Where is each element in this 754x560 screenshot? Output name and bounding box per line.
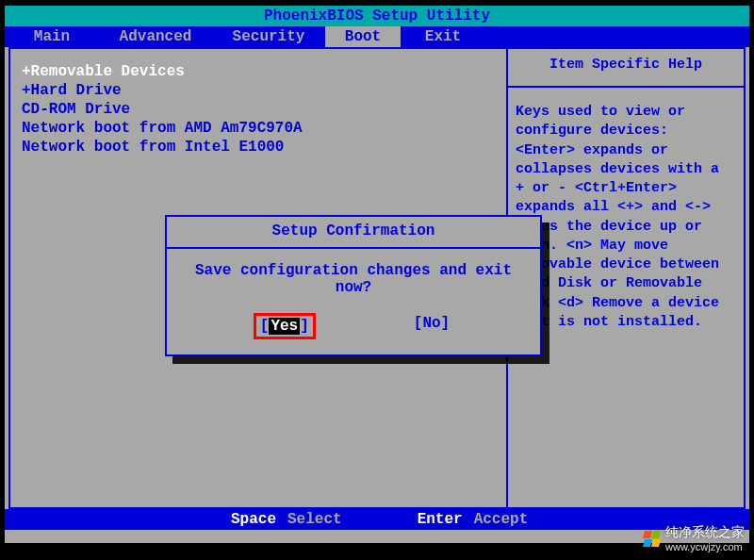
device-net-intel[interactable]: Network boot from Intel E1000 [18,138,499,156]
footer-bar: Space Select Enter Accept [5,509,749,530]
menu-exit[interactable]: Exit [401,26,485,47]
menu-advanced[interactable]: Advanced [99,26,212,47]
windows-logo-icon [644,531,660,547]
device-hard-drive[interactable]: +Hard Drive [18,81,499,100]
confirmation-dialog: Setup Confirmation Save configuration ch… [165,215,542,356]
dialog-message: Save configuration changes and exit now? [167,249,540,305]
watermark-text: 纯净系统之家 [665,524,745,541]
no-button[interactable]: [No] [410,313,453,339]
dialog-buttons: [Yes] [No] [167,305,540,354]
device-net-amd[interactable]: Network boot from AMD Am79C970A [18,119,499,138]
device-removable[interactable]: +Removable Devices [18,62,499,81]
watermark: 纯净系统之家 www.ycwjzy.com [644,524,745,552]
watermark-url: www.ycwjzy.com [665,541,745,552]
dialog-title: Setup Confirmation [167,217,540,249]
title-bar: PhoenixBIOS Setup Utility [5,6,749,26]
device-cdrom[interactable]: CD-ROM Drive [18,100,499,119]
menu-bar: Main Advanced Security Boot Exit [5,26,749,47]
footer-key-space: Space [231,511,276,528]
menu-boot[interactable]: Boot [325,26,401,47]
help-title: Item Specific Help [508,49,744,88]
yes-button[interactable]: [Yes] [254,313,316,339]
footer-enter: Enter Accept [418,511,529,528]
menu-main[interactable]: Main [5,26,99,47]
footer-label-select: Select [287,511,342,528]
footer-space: Space Select [231,511,342,528]
footer-label-accept: Accept [474,511,529,528]
help-panel: Item Specific Help Keys used to view or … [508,49,744,507]
menu-security[interactable]: Security [212,26,325,47]
footer-key-enter: Enter [418,511,463,528]
help-body: Keys used to view or configure devices: … [508,88,744,347]
